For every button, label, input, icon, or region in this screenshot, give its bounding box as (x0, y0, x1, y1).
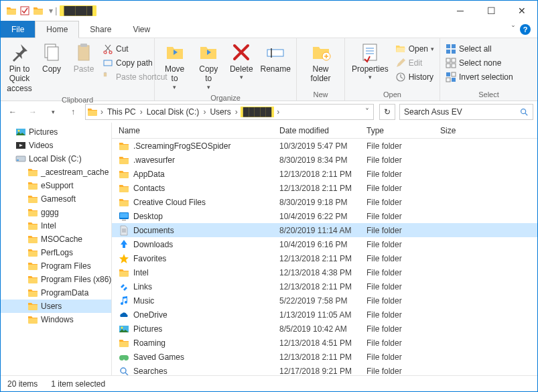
tab-home[interactable]: Home (35, 21, 79, 38)
tree-item[interactable]: ProgramData (1, 286, 111, 300)
table-row[interactable]: Documents8/20/2019 11:14 AMFile folder (112, 223, 537, 237)
tree-item[interactable]: Gamesoft (1, 192, 111, 206)
file-type: File folder (366, 240, 440, 249)
table-row[interactable]: AppData12/13/2018 2:11 PMFile folder (112, 167, 537, 181)
table-row[interactable]: Pictures8/5/2019 10:42 AMFile folder (112, 322, 537, 336)
close-button[interactable]: ✕ (507, 1, 537, 21)
col-name[interactable]: Name (112, 126, 279, 135)
table-row[interactable]: Links12/13/2018 2:11 PMFile folder (112, 279, 537, 293)
file-date: 12/13/2018 2:11 PM (279, 352, 366, 362)
ribbon-group-select: Select (443, 90, 535, 99)
table-row[interactable]: Downloads10/4/2019 6:16 PMFile folder (112, 237, 537, 251)
tree-item[interactable]: Pictures (1, 125, 111, 139)
tree-item[interactable]: Users (1, 300, 111, 313)
copy-to-button[interactable]: Copy to▾ (192, 40, 225, 93)
minimize-button[interactable]: ─ (445, 1, 476, 21)
crumb-disk[interactable]: Local Disk (C:) (145, 107, 201, 117)
checkbox-icon[interactable] (19, 5, 30, 16)
tree-item[interactable]: Program Files (1, 259, 111, 273)
tree-item[interactable]: Windows (1, 313, 111, 326)
crumb-users[interactable]: Users (208, 107, 232, 117)
ribbon-collapse-icon[interactable]: ˇ (512, 25, 515, 34)
tree-item[interactable]: Videos (1, 139, 111, 152)
file-name: Downloads (133, 240, 173, 249)
tree-item[interactable]: Program Files (x86) (1, 273, 111, 286)
file-name: Intel (133, 268, 149, 277)
tab-view[interactable]: View (122, 21, 161, 38)
delete-button[interactable]: Delete▾ (225, 40, 257, 83)
chevron-right-icon[interactable]: › (99, 107, 105, 117)
back-button[interactable]: ← (5, 104, 21, 120)
up-button[interactable]: ↑ (65, 104, 81, 120)
copy-button[interactable]: Copy (36, 40, 68, 76)
table-row[interactable]: OneDrive1/13/2019 11:05 AMFile folder (112, 308, 537, 322)
file-type: File folder (366, 254, 440, 263)
search-input[interactable]: Search Asus EV (399, 104, 533, 120)
chevron-right-icon[interactable]: › (139, 107, 144, 117)
nav-tree[interactable]: PicturesVideosLocal Disk (C:)_acestream_… (1, 123, 112, 377)
recent-button[interactable]: ▾ (45, 104, 61, 120)
tree-item[interactable]: eSupport (1, 179, 111, 192)
folder-icon (119, 169, 129, 180)
chevron-right-icon[interactable]: › (234, 107, 239, 117)
documents-icon (119, 225, 129, 236)
tree-item-label: _acestream_cache (41, 168, 109, 177)
tree-item-label: Pictures (29, 127, 58, 137)
chevron-right-icon[interactable]: › (275, 107, 281, 117)
table-row[interactable]: Creative Cloud Files8/30/2019 9:18 PMFil… (112, 195, 537, 209)
paste-shortcut-button[interactable]: Paste shortcut (100, 70, 170, 84)
crumb-current[interactable]: █████ (241, 107, 275, 117)
rename-button[interactable]: Rename (257, 40, 293, 76)
file-name: Documents (133, 226, 174, 235)
file-date: 8/30/2019 9:18 PM (279, 198, 366, 207)
maximize-button[interactable]: ☐ (476, 1, 507, 21)
open-button[interactable]: Open ▾ (393, 42, 437, 56)
invert-selection-button[interactable]: Invert selection (443, 70, 516, 84)
move-to-button[interactable]: Move to▾ (157, 40, 192, 93)
table-row[interactable]: Desktop10/4/2019 6:22 PMFile folder (112, 209, 537, 223)
pin-to-quick-access-button[interactable]: Pin to Quick access (3, 40, 36, 95)
col-date[interactable]: Date modified (279, 126, 366, 135)
table-row[interactable]: Favorites12/13/2018 2:11 PMFile folder (112, 251, 537, 265)
table-row[interactable]: Contacts12/13/2018 2:11 PMFile folder (112, 181, 537, 195)
svg-rect-31 (21, 7, 29, 15)
table-row[interactable]: Roaming12/13/2018 4:51 PMFile folder (112, 336, 537, 350)
tree-item[interactable]: MSOCache (1, 233, 111, 246)
tab-share[interactable]: Share (79, 21, 122, 38)
select-none-button[interactable]: Select none (443, 56, 516, 70)
folder-icon (6, 5, 17, 16)
address-bar[interactable]: › This PC › Local Disk (C:) › Users › ██… (85, 104, 374, 120)
help-icon[interactable]: ? (520, 24, 531, 35)
refresh-button[interactable]: ↻ (379, 104, 395, 120)
folder-icon (119, 338, 129, 348)
folder-icon (27, 180, 38, 191)
tree-item[interactable]: PerfLogs (1, 246, 111, 259)
table-row[interactable]: .wavesurfer8/30/2019 8:34 PMFile folder (112, 153, 537, 167)
chevron-right-icon[interactable]: › (202, 107, 207, 117)
file-menu[interactable]: File (1, 21, 35, 38)
table-row[interactable]: Intel12/13/2018 4:38 PMFile folder (112, 265, 537, 279)
table-row[interactable]: Saved Games12/13/2018 2:11 PMFile folder (112, 350, 537, 364)
tree-item[interactable]: Local Disk (C:) (1, 152, 111, 166)
address-dropdown-icon[interactable]: ˅ (365, 107, 369, 117)
col-size[interactable]: Size (440, 126, 480, 135)
table-row[interactable]: Music5/22/2019 7:58 PMFile folder (112, 293, 537, 308)
new-folder-button[interactable]: New folder (299, 40, 342, 86)
col-type[interactable]: Type (366, 126, 440, 135)
tree-item[interactable]: Intel (1, 219, 111, 233)
select-all-button[interactable]: Select all (443, 42, 516, 56)
file-name: .ScreamingFrogSEOSpider (133, 141, 230, 151)
history-button[interactable]: History (393, 70, 437, 84)
tree-item[interactable]: gggg (1, 206, 111, 219)
properties-button[interactable]: Properties▾ (348, 40, 393, 83)
edit-button[interactable]: Edit (393, 56, 437, 70)
tree-item[interactable]: _acestream_cache (1, 166, 111, 179)
paste-button[interactable]: Paste (68, 40, 100, 76)
forward-button[interactable]: → (25, 104, 41, 120)
file-name: Links (133, 282, 152, 291)
search-icon[interactable] (519, 107, 529, 117)
tree-item-label: gggg (41, 208, 59, 217)
file-name: Desktop (133, 212, 163, 221)
table-row[interactable]: .ScreamingFrogSEOSpider10/3/2019 5:47 PM… (112, 139, 537, 153)
crumb-thispc[interactable]: This PC (106, 107, 137, 117)
